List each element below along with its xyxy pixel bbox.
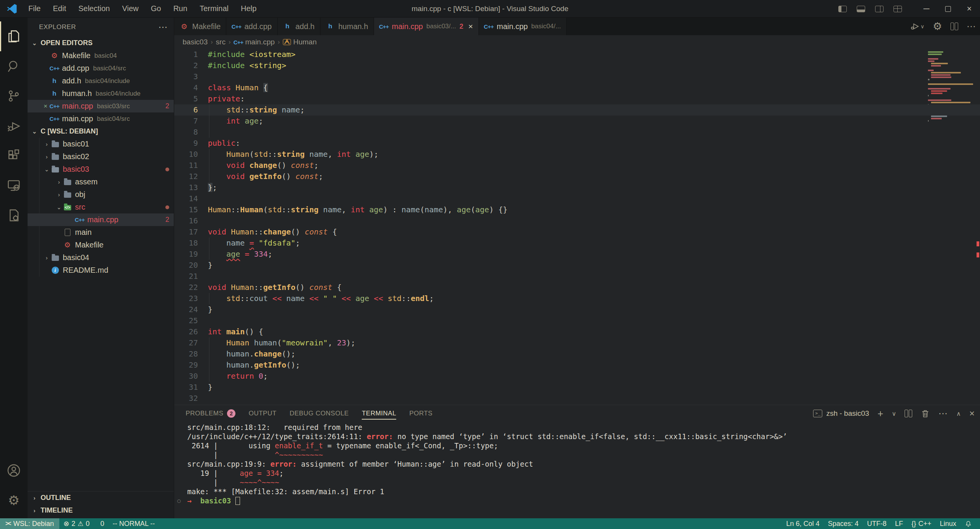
terminal-output[interactable]: src/main.cpp:18:12: required from here/u… [174,422,980,518]
close-panel-icon[interactable]: × [969,408,975,419]
problems-status[interactable]: ⊗ 2 ⚠ 0 [59,518,94,529]
explorer-more-icon[interactable]: ⋯ [158,22,168,33]
editor-tab-main.cpp[interactable]: C++main.cppbasic03/...2× [374,18,479,35]
code-editor[interactable]: 1#include <iostream>2#include <string>34… [174,49,980,405]
language-mode[interactable]: {}C++ [907,518,936,529]
code-line[interactable]: 17void Human::change() const { [174,226,980,238]
code-line[interactable]: 14 [174,193,980,204]
code-line[interactable]: 24} [174,304,980,315]
cursor-position[interactable]: Ln 6, Col 4 [782,518,824,529]
menu-item-file[interactable]: File [23,2,46,15]
panel-tab-problems[interactable]: PROBLEMS2 [186,405,235,422]
toggle-sidebar-icon[interactable] [838,6,847,12]
code-line[interactable]: 18 name = "fdsafa"; [174,238,980,249]
code-line[interactable]: 11 void change() const; [174,160,980,171]
vim-mode-indicator[interactable]: -- NORMAL -- [108,518,159,529]
code-line[interactable]: 23 std::cout << name << " " << age << st… [174,293,980,304]
minimize-button[interactable]: ─ [916,0,937,18]
menu-item-help[interactable]: Help [235,2,262,15]
code-line[interactable]: 15Human::Human(std::string name, int age… [174,204,980,215]
indentation-status[interactable]: Spaces: 4 [824,518,863,529]
breadcrumb-item-main.cpp[interactable]: C++main.cpp [234,38,274,46]
terminal-dropdown-chevron-icon[interactable]: ∨ [892,410,897,417]
code-line[interactable]: 19 age = 334; [174,249,980,260]
tree-item-Makefile[interactable]: ⚙Makefile [28,239,174,251]
run-or-debug-button[interactable]: ∨ [910,21,924,31]
toggle-panel-icon[interactable] [857,6,865,12]
code-line[interactable]: 2#include <string> [174,60,980,71]
code-line[interactable]: 22void Human::getInfo() const { [174,282,980,293]
open-editor-main.cpp[interactable]: ×C++main.cppbasic03/src2 [28,100,174,112]
code-line[interactable]: 3 [174,71,980,82]
panel-tab-output[interactable]: OUTPUT [248,405,276,422]
menu-item-terminal[interactable]: Terminal [194,2,234,15]
outline-header[interactable]: › OUTLINE [28,492,174,504]
menu-item-go[interactable]: Go [145,2,167,15]
run-and-debug-icon[interactable] [0,111,28,141]
code-line[interactable]: 26int main() { [174,326,980,337]
workspace-root-header[interactable]: ⌄ C [WSL: DEBIAN] [28,125,174,138]
customize-layout-icon[interactable] [893,6,902,12]
remote-explorer-icon[interactable] [0,171,28,200]
open-editor-add.h[interactable]: hadd.hbasic04/include [28,75,174,87]
code-line[interactable]: 9public: [174,138,980,149]
code-line[interactable]: 16 [174,215,980,226]
configure-gear-icon[interactable]: ⚙ [933,21,942,32]
settings-gear-icon[interactable]: ⚙ [0,485,28,515]
editor-more-actions-icon[interactable]: ⋯ [967,21,976,32]
source-control-icon[interactable] [0,81,28,111]
ports-status[interactable]: 0 [94,518,108,529]
editor-tab-add.h[interactable]: hadd.h [278,18,320,35]
close-icon[interactable]: × [468,22,473,31]
code-line[interactable]: 8 [174,127,980,138]
split-editor-icon[interactable] [951,23,958,30]
close-icon[interactable]: × [41,103,50,110]
os-indicator[interactable]: Linux [936,518,960,529]
tree-item-basic02[interactable]: ›basic02 [28,150,174,163]
code-line[interactable]: 28 human.change(); [174,348,980,360]
menu-item-run[interactable]: Run [168,2,193,15]
breadcrumb-item-basic03[interactable]: basic03 [183,38,208,46]
tree-item-assem[interactable]: ›assem [28,176,174,188]
panel-more-actions-icon[interactable]: ⋯ [938,408,948,419]
close-button[interactable]: × [959,0,980,18]
timeline-header[interactable]: › TIMELINE [28,504,174,517]
editor-tab-main.cpp[interactable]: C++main.cppbasic04/... [479,18,567,35]
search-icon[interactable] [0,51,28,81]
breadcrumb-item-src[interactable]: src [216,38,225,46]
makefile-tools-icon[interactable] [0,200,28,230]
open-editor-add.cpp[interactable]: C++add.cppbasic04/src [28,62,174,75]
panel-tab-terminal[interactable]: TERMINAL [362,405,396,422]
remote-indicator[interactable]: >< WSL: Debian [0,518,59,529]
tree-item-basic04[interactable]: ›basic04 [28,251,174,264]
run-dropdown-chevron-icon[interactable]: ∨ [921,23,924,29]
terminal-instance-chip[interactable]: >_ zsh - basic03 [813,409,869,418]
new-terminal-icon[interactable]: + [877,408,883,420]
tree-item-obj[interactable]: ›obj [28,188,174,201]
tree-item-basic01[interactable]: ›basic01 [28,138,174,150]
code-line[interactable]: 12 void getInfo() const; [174,171,980,182]
maximize-panel-chevron-icon[interactable]: ∧ [956,410,961,417]
panel-tab-ports[interactable]: PORTS [409,405,433,422]
code-line[interactable]: 5private: [174,93,980,104]
breadcrumb-item-Human[interactable]: ᗅHuman [283,38,317,46]
open-editor-human.h[interactable]: hhuman.hbasic04/include [28,87,174,100]
tree-item-src[interactable]: ⌄src [28,201,174,213]
code-line[interactable]: 6 std::string name; [174,104,980,116]
code-line[interactable]: 4class Human { [174,82,980,93]
accounts-icon[interactable] [0,456,28,485]
editor-tab-Makefile[interactable]: ⚙Makefile [174,18,226,35]
code-line[interactable]: 31} [174,382,980,393]
menu-item-selection[interactable]: Selection [73,2,115,15]
code-line[interactable]: 1#include <iostream> [174,49,980,60]
menu-item-view[interactable]: View [117,2,144,15]
code-line[interactable]: 25 [174,315,980,326]
editor-tab-add.cpp[interactable]: C++add.cpp [226,18,277,35]
code-line[interactable]: 13}; [174,182,980,193]
code-line[interactable]: 10 Human(std::string name, int age); [174,149,980,160]
split-terminal-icon[interactable] [905,410,912,417]
kill-terminal-trash-icon[interactable] [921,409,930,418]
code-line[interactable]: 30 return 0; [174,371,980,382]
tree-item-main[interactable]: main [28,226,174,239]
panel-tab-debug-console[interactable]: DEBUG CONSOLE [289,405,349,422]
